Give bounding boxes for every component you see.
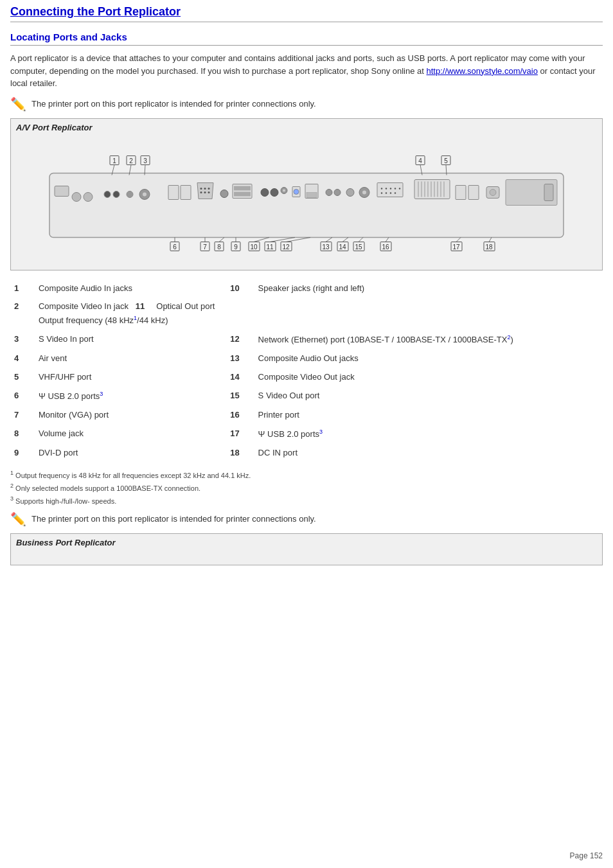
- av-port-diagram: 1 2 3 4 5 6 7: [30, 136, 583, 265]
- port-desc-4: Air vent: [35, 350, 226, 368]
- port-num-12: 12: [226, 330, 254, 350]
- svg-text:4: 4: [418, 157, 422, 164]
- svg-point-15: [200, 191, 202, 193]
- port-desc-12: Network (Ethernet) port (10BASE-T / 100B…: [254, 330, 603, 350]
- svg-rect-21: [234, 191, 251, 196]
- svg-text:6: 6: [173, 243, 177, 250]
- table-row: 5 VHF/UHF port 14 Composite Video Out ja…: [10, 368, 603, 387]
- svg-text:16: 16: [382, 243, 389, 250]
- note-text-2: The printer port on this port replicator…: [31, 513, 316, 526]
- svg-text:11: 11: [266, 243, 274, 250]
- svg-line-99: [326, 237, 332, 242]
- svg-text:13: 13: [322, 243, 330, 250]
- svg-text:1: 1: [112, 157, 116, 164]
- page-number: Page 152: [570, 851, 603, 860]
- svg-line-84: [219, 237, 224, 242]
- table-row: 2 Composite Video In jack 11 Optical Out…: [10, 297, 603, 330]
- svg-rect-35: [377, 182, 403, 197]
- note-box-1: ✏️ The printer port on this port replica…: [10, 98, 603, 112]
- svg-rect-10: [181, 185, 191, 199]
- svg-marker-11: [197, 182, 213, 199]
- port-num-8: 8: [10, 425, 35, 444]
- port-desc-10: Speaker jacks (right and left): [254, 279, 603, 298]
- footnotes: 1 Output frequency is 48 kHz for all fre…: [10, 469, 603, 506]
- svg-point-22: [261, 188, 269, 196]
- footnote-2: 2 Only selected models support a 1000BAS…: [10, 482, 603, 493]
- svg-point-25: [283, 189, 285, 191]
- port-num-3: 3: [10, 330, 35, 350]
- note-box-2: ✏️ The printer port on this port replica…: [10, 513, 603, 527]
- svg-text:14: 14: [339, 243, 346, 250]
- svg-point-27: [294, 189, 299, 194]
- port-desc-18: DC IN port: [254, 444, 603, 463]
- svg-text:17: 17: [452, 243, 460, 250]
- section-title: Locating Ports and Jacks: [10, 31, 603, 42]
- svg-point-31: [334, 189, 341, 195]
- svg-point-5: [113, 191, 120, 197]
- svg-point-42: [386, 192, 387, 193]
- svg-point-8: [143, 192, 147, 196]
- svg-rect-0: [49, 173, 564, 237]
- svg-text:10: 10: [250, 243, 258, 250]
- svg-point-30: [326, 189, 332, 195]
- svg-rect-20: [234, 186, 251, 190]
- port-desc-17: Ψ USB 2.0 ports3: [254, 425, 603, 444]
- port-num-16: 16: [226, 406, 254, 425]
- table-row: 7 Monitor (VGA) port 16 Printer port: [10, 406, 603, 425]
- svg-point-44: [395, 192, 396, 193]
- port-num-6: 6: [10, 387, 35, 406]
- svg-line-90: [254, 237, 269, 242]
- table-row: 9 DVI-D port 18 DC IN port: [10, 444, 603, 463]
- sony-link[interactable]: http://www.sonystyle.com/vaio: [427, 66, 538, 76]
- svg-line-114: [489, 237, 492, 242]
- svg-rect-55: [456, 185, 466, 199]
- svg-text:18: 18: [485, 243, 493, 250]
- svg-rect-56: [468, 185, 479, 199]
- note-icon-1: ✏️: [10, 96, 26, 112]
- svg-text:5: 5: [444, 157, 448, 164]
- svg-line-96: [286, 237, 310, 242]
- port-desc-13: Composite Audio Out jacks: [254, 350, 603, 368]
- svg-point-37: [386, 188, 387, 189]
- svg-text:15: 15: [355, 243, 362, 250]
- footnote-1: 1 Output frequency is 48 kHz for all fre…: [10, 469, 603, 481]
- port-num-9: 9: [10, 444, 35, 463]
- port-num-17: 17: [226, 425, 254, 444]
- svg-point-4: [104, 191, 111, 197]
- svg-line-105: [359, 237, 363, 242]
- table-row: 1 Composite Audio In jacks 10 Speaker ja…: [10, 279, 603, 298]
- svg-line-108: [386, 237, 389, 242]
- table-row: 6 Ψ USB 2.0 ports3 15 S Video Out port: [10, 387, 603, 406]
- svg-point-16: [204, 191, 206, 193]
- table-row: 4 Air vent 13 Composite Audio Out jacks: [10, 350, 603, 368]
- port-num-5: 5: [10, 368, 35, 387]
- svg-point-23: [271, 188, 278, 196]
- port-desc-16: Printer port: [254, 406, 603, 425]
- table-row: 3 S Video In port 12 Network (Ethernet) …: [10, 330, 603, 350]
- svg-rect-45: [414, 179, 450, 199]
- port-num-15: 15: [226, 387, 254, 406]
- svg-point-41: [381, 192, 382, 193]
- port-desc-5: VHF/UHF port: [35, 368, 226, 387]
- footnote-3: 3 Supports high-/full-/low- speeds.: [10, 495, 603, 506]
- port-list-table: 1 Composite Audio In jacks 10 Speaker ja…: [10, 279, 603, 463]
- svg-point-12: [200, 188, 202, 190]
- table-row: 8 Volume jack 17 Ψ USB 2.0 ports3: [10, 425, 603, 444]
- port-desc-1: Composite Audio In jacks: [35, 279, 226, 298]
- note-text-1: The printer port on this port replicator…: [31, 98, 316, 111]
- top-divider: [10, 21, 603, 22]
- svg-point-18: [220, 190, 228, 197]
- business-diagram-label: Business Port Replicator: [16, 538, 597, 547]
- svg-text:7: 7: [203, 243, 207, 250]
- svg-point-32: [346, 188, 354, 196]
- svg-point-34: [362, 190, 366, 194]
- svg-text:12: 12: [282, 243, 290, 250]
- av-port-diagram-box: A/V Port Replicator: [10, 118, 603, 270]
- port-desc-7: Monitor (VGA) port: [35, 406, 226, 425]
- port-desc-6: Ψ USB 2.0 ports3: [35, 387, 226, 406]
- svg-point-3: [84, 192, 93, 201]
- svg-point-13: [204, 188, 206, 190]
- svg-rect-60: [544, 184, 553, 200]
- av-diagram-label: A/V Port Replicator: [16, 123, 597, 132]
- port-num-14: 14: [226, 368, 254, 387]
